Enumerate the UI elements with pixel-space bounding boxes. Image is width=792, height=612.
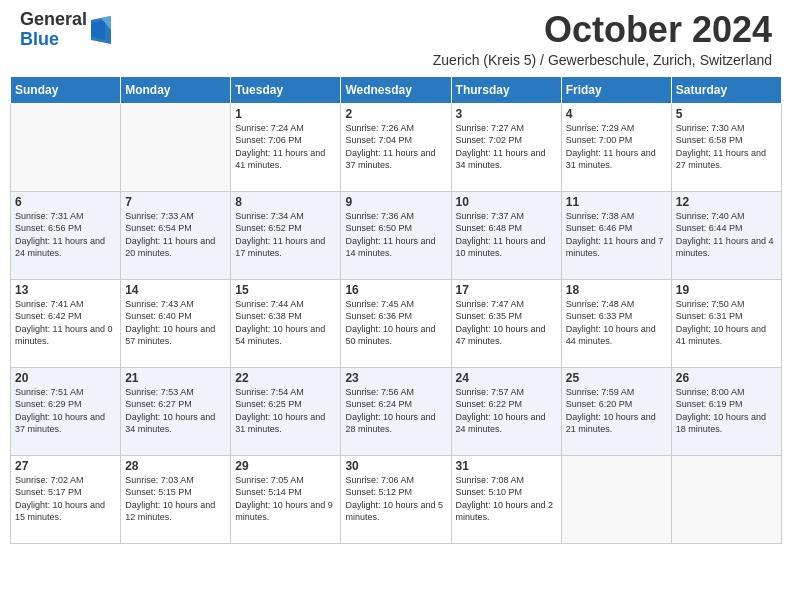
- calendar-empty-cell: [11, 103, 121, 191]
- day-info: Sunrise: 7:08 AM Sunset: 5:10 PM Dayligh…: [456, 474, 557, 524]
- day-info: Sunrise: 7:51 AM Sunset: 6:29 PM Dayligh…: [15, 386, 116, 436]
- calendar-day-cell: 29Sunrise: 7:05 AM Sunset: 5:14 PM Dayli…: [231, 455, 341, 543]
- calendar-day-cell: 24Sunrise: 7:57 AM Sunset: 6:22 PM Dayli…: [451, 367, 561, 455]
- day-info: Sunrise: 7:36 AM Sunset: 6:50 PM Dayligh…: [345, 210, 446, 260]
- day-info: Sunrise: 7:40 AM Sunset: 6:44 PM Dayligh…: [676, 210, 777, 260]
- calendar-week-row: 6Sunrise: 7:31 AM Sunset: 6:56 PM Daylig…: [11, 191, 782, 279]
- day-number: 18: [566, 283, 667, 297]
- calendar-day-cell: 6Sunrise: 7:31 AM Sunset: 6:56 PM Daylig…: [11, 191, 121, 279]
- calendar-day-cell: 1Sunrise: 7:24 AM Sunset: 7:06 PM Daylig…: [231, 103, 341, 191]
- day-of-week-header: Saturday: [671, 76, 781, 103]
- day-number: 25: [566, 371, 667, 385]
- day-info: Sunrise: 7:44 AM Sunset: 6:38 PM Dayligh…: [235, 298, 336, 348]
- calendar-day-cell: 15Sunrise: 7:44 AM Sunset: 6:38 PM Dayli…: [231, 279, 341, 367]
- day-number: 1: [235, 107, 336, 121]
- location-title: Zuerich (Kreis 5) / Gewerbeschule, Zuric…: [433, 52, 772, 68]
- day-number: 11: [566, 195, 667, 209]
- calendar-day-cell: 7Sunrise: 7:33 AM Sunset: 6:54 PM Daylig…: [121, 191, 231, 279]
- calendar-week-row: 1Sunrise: 7:24 AM Sunset: 7:06 PM Daylig…: [11, 103, 782, 191]
- calendar-week-row: 20Sunrise: 7:51 AM Sunset: 6:29 PM Dayli…: [11, 367, 782, 455]
- day-info: Sunrise: 7:37 AM Sunset: 6:48 PM Dayligh…: [456, 210, 557, 260]
- day-number: 27: [15, 459, 116, 473]
- calendar-table: SundayMondayTuesdayWednesdayThursdayFrid…: [10, 76, 782, 544]
- day-info: Sunrise: 7:27 AM Sunset: 7:02 PM Dayligh…: [456, 122, 557, 172]
- calendar-day-cell: 10Sunrise: 7:37 AM Sunset: 6:48 PM Dayli…: [451, 191, 561, 279]
- day-number: 31: [456, 459, 557, 473]
- day-number: 17: [456, 283, 557, 297]
- day-number: 29: [235, 459, 336, 473]
- calendar-day-cell: 22Sunrise: 7:54 AM Sunset: 6:25 PM Dayli…: [231, 367, 341, 455]
- logo-blue-text: Blue: [20, 30, 87, 50]
- calendar-day-cell: 13Sunrise: 7:41 AM Sunset: 6:42 PM Dayli…: [11, 279, 121, 367]
- day-info: Sunrise: 7:03 AM Sunset: 5:15 PM Dayligh…: [125, 474, 226, 524]
- calendar-day-cell: 31Sunrise: 7:08 AM Sunset: 5:10 PM Dayli…: [451, 455, 561, 543]
- calendar-day-cell: 28Sunrise: 7:03 AM Sunset: 5:15 PM Dayli…: [121, 455, 231, 543]
- day-info: Sunrise: 7:34 AM Sunset: 6:52 PM Dayligh…: [235, 210, 336, 260]
- day-of-week-header: Friday: [561, 76, 671, 103]
- calendar-empty-cell: [671, 455, 781, 543]
- day-info: Sunrise: 7:59 AM Sunset: 6:20 PM Dayligh…: [566, 386, 667, 436]
- day-of-week-header: Monday: [121, 76, 231, 103]
- calendar-day-cell: 5Sunrise: 7:30 AM Sunset: 6:58 PM Daylig…: [671, 103, 781, 191]
- day-number: 2: [345, 107, 446, 121]
- day-info: Sunrise: 7:45 AM Sunset: 6:36 PM Dayligh…: [345, 298, 446, 348]
- day-info: Sunrise: 7:24 AM Sunset: 7:06 PM Dayligh…: [235, 122, 336, 172]
- calendar-day-cell: 23Sunrise: 7:56 AM Sunset: 6:24 PM Dayli…: [341, 367, 451, 455]
- day-number: 10: [456, 195, 557, 209]
- day-info: Sunrise: 7:50 AM Sunset: 6:31 PM Dayligh…: [676, 298, 777, 348]
- calendar-week-row: 13Sunrise: 7:41 AM Sunset: 6:42 PM Dayli…: [11, 279, 782, 367]
- day-number: 15: [235, 283, 336, 297]
- calendar-day-cell: 3Sunrise: 7:27 AM Sunset: 7:02 PM Daylig…: [451, 103, 561, 191]
- page-header: General Blue October 2024 Zuerich (Kreis…: [0, 0, 792, 72]
- day-info: Sunrise: 7:53 AM Sunset: 6:27 PM Dayligh…: [125, 386, 226, 436]
- day-number: 9: [345, 195, 446, 209]
- day-number: 19: [676, 283, 777, 297]
- calendar-day-cell: 4Sunrise: 7:29 AM Sunset: 7:00 PM Daylig…: [561, 103, 671, 191]
- day-info: Sunrise: 7:41 AM Sunset: 6:42 PM Dayligh…: [15, 298, 116, 348]
- day-info: Sunrise: 7:54 AM Sunset: 6:25 PM Dayligh…: [235, 386, 336, 436]
- calendar-day-cell: 21Sunrise: 7:53 AM Sunset: 6:27 PM Dayli…: [121, 367, 231, 455]
- calendar-day-cell: 12Sunrise: 7:40 AM Sunset: 6:44 PM Dayli…: [671, 191, 781, 279]
- day-info: Sunrise: 8:00 AM Sunset: 6:19 PM Dayligh…: [676, 386, 777, 436]
- day-number: 16: [345, 283, 446, 297]
- calendar-day-cell: 8Sunrise: 7:34 AM Sunset: 6:52 PM Daylig…: [231, 191, 341, 279]
- day-info: Sunrise: 7:29 AM Sunset: 7:00 PM Dayligh…: [566, 122, 667, 172]
- calendar-day-cell: 17Sunrise: 7:47 AM Sunset: 6:35 PM Dayli…: [451, 279, 561, 367]
- day-info: Sunrise: 7:38 AM Sunset: 6:46 PM Dayligh…: [566, 210, 667, 260]
- calendar-day-cell: 16Sunrise: 7:45 AM Sunset: 6:36 PM Dayli…: [341, 279, 451, 367]
- day-number: 5: [676, 107, 777, 121]
- day-info: Sunrise: 7:56 AM Sunset: 6:24 PM Dayligh…: [345, 386, 446, 436]
- day-of-week-header: Tuesday: [231, 76, 341, 103]
- calendar-week-row: 27Sunrise: 7:02 AM Sunset: 5:17 PM Dayli…: [11, 455, 782, 543]
- day-number: 13: [15, 283, 116, 297]
- day-number: 23: [345, 371, 446, 385]
- calendar-day-cell: 14Sunrise: 7:43 AM Sunset: 6:40 PM Dayli…: [121, 279, 231, 367]
- calendar-day-cell: 11Sunrise: 7:38 AM Sunset: 6:46 PM Dayli…: [561, 191, 671, 279]
- day-number: 30: [345, 459, 446, 473]
- day-number: 6: [15, 195, 116, 209]
- day-of-week-header: Sunday: [11, 76, 121, 103]
- calendar-day-cell: 19Sunrise: 7:50 AM Sunset: 6:31 PM Dayli…: [671, 279, 781, 367]
- day-number: 22: [235, 371, 336, 385]
- day-number: 8: [235, 195, 336, 209]
- day-number: 20: [15, 371, 116, 385]
- calendar-empty-cell: [121, 103, 231, 191]
- logo-icon: [91, 16, 111, 44]
- day-number: 12: [676, 195, 777, 209]
- day-number: 24: [456, 371, 557, 385]
- day-number: 4: [566, 107, 667, 121]
- month-title: October 2024: [433, 10, 772, 50]
- day-number: 21: [125, 371, 226, 385]
- logo: General Blue: [20, 10, 111, 50]
- day-number: 7: [125, 195, 226, 209]
- calendar-day-cell: 20Sunrise: 7:51 AM Sunset: 6:29 PM Dayli…: [11, 367, 121, 455]
- day-info: Sunrise: 7:43 AM Sunset: 6:40 PM Dayligh…: [125, 298, 226, 348]
- day-info: Sunrise: 7:47 AM Sunset: 6:35 PM Dayligh…: [456, 298, 557, 348]
- logo-general-text: General: [20, 10, 87, 30]
- day-info: Sunrise: 7:26 AM Sunset: 7:04 PM Dayligh…: [345, 122, 446, 172]
- calendar-day-cell: 2Sunrise: 7:26 AM Sunset: 7:04 PM Daylig…: [341, 103, 451, 191]
- title-section: October 2024 Zuerich (Kreis 5) / Gewerbe…: [433, 10, 772, 68]
- calendar-empty-cell: [561, 455, 671, 543]
- day-info: Sunrise: 7:31 AM Sunset: 6:56 PM Dayligh…: [15, 210, 116, 260]
- calendar-header-row: SundayMondayTuesdayWednesdayThursdayFrid…: [11, 76, 782, 103]
